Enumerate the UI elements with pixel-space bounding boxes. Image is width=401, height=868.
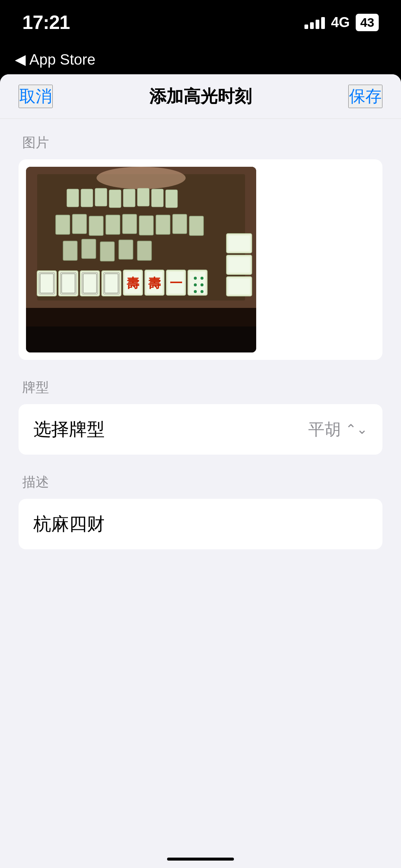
svg-rect-18: [139, 216, 153, 235]
battery-level: 43: [360, 15, 374, 30]
svg-rect-14: [72, 214, 87, 234]
svg-text:壽: 壽: [127, 276, 139, 290]
svg-rect-26: [137, 241, 151, 260]
tile-selector-card[interactable]: 选择牌型 平胡 ⌃⌄: [19, 404, 382, 455]
svg-rect-61: [228, 279, 250, 294]
desc-card[interactable]: 杭麻四财: [19, 499, 382, 549]
svg-rect-25: [119, 240, 133, 259]
status-time: 17:21: [22, 11, 70, 33]
back-arrow-icon: ◀: [15, 51, 26, 68]
svg-rect-59: [228, 257, 250, 273]
svg-text:壽: 壽: [148, 276, 161, 290]
tile-selector-value-container: 平胡 ⌃⌄: [308, 419, 368, 440]
chevron-up-down-icon: ⌃⌄: [345, 422, 368, 437]
svg-rect-9: [123, 189, 135, 207]
home-indicator: [167, 858, 234, 861]
save-button[interactable]: 保存: [348, 85, 382, 108]
svg-rect-16: [106, 215, 120, 234]
svg-rect-21: [189, 216, 203, 235]
svg-rect-22: [63, 241, 77, 260]
nav-bar: 取消 添加高光时刻 保存: [0, 74, 401, 119]
tile-selected-value: 平胡: [308, 419, 341, 440]
svg-rect-5: [67, 189, 79, 207]
svg-rect-57: [228, 235, 250, 251]
svg-rect-20: [173, 214, 187, 234]
svg-point-54: [194, 290, 197, 293]
svg-rect-6: [81, 189, 93, 207]
svg-point-53: [200, 283, 203, 286]
svg-rect-37: [104, 273, 119, 294]
desc-text: 杭麻四财: [33, 514, 105, 534]
svg-rect-17: [123, 214, 137, 234]
svg-rect-13: [56, 215, 70, 234]
svg-rect-7: [95, 188, 107, 206]
svg-rect-10: [137, 188, 149, 206]
main-content: 取消 添加高光时刻 保存 图片: [0, 74, 401, 868]
svg-rect-19: [156, 215, 170, 234]
svg-point-52: [194, 283, 197, 286]
app-store-nav[interactable]: ◀ App Store: [0, 45, 401, 74]
image-section-label: 图片: [22, 134, 382, 152]
svg-point-55: [200, 290, 203, 293]
status-bar: 17:21 4G 43: [0, 0, 401, 45]
svg-rect-62: [26, 308, 256, 326]
network-label: 4G: [331, 14, 350, 30]
svg-rect-49: [190, 272, 205, 293]
svg-rect-34: [82, 273, 98, 294]
svg-point-51: [200, 277, 203, 280]
signal-icon: [304, 16, 325, 29]
svg-rect-31: [61, 273, 76, 294]
svg-text:一: 一: [170, 276, 182, 290]
mahjong-image[interactable]: 壽 壽 一: [26, 167, 256, 352]
app-store-back-label: App Store: [29, 51, 95, 68]
tile-section-label: 牌型: [22, 378, 382, 397]
desc-section-label: 描述: [22, 473, 382, 491]
page-title: 添加高光时刻: [149, 85, 252, 108]
svg-rect-11: [151, 189, 163, 207]
tile-section: 牌型 选择牌型 平胡 ⌃⌄: [19, 378, 382, 455]
battery-icon: 43: [356, 14, 379, 31]
svg-rect-24: [100, 242, 114, 261]
image-section: 图片: [19, 134, 382, 360]
svg-rect-15: [89, 216, 103, 235]
svg-point-50: [194, 277, 197, 280]
desc-section: 描述 杭麻四财: [19, 473, 382, 549]
svg-rect-63: [26, 326, 256, 352]
status-icons: 4G 43: [304, 14, 379, 31]
cancel-button[interactable]: 取消: [19, 85, 53, 108]
svg-rect-8: [109, 190, 121, 208]
svg-rect-23: [82, 239, 96, 259]
scroll-content: 图片: [0, 119, 401, 583]
svg-rect-28: [39, 273, 55, 294]
svg-point-4: [97, 167, 186, 189]
svg-rect-12: [166, 190, 177, 208]
image-card: 壽 壽 一: [19, 159, 382, 360]
tile-selector-placeholder: 选择牌型: [33, 417, 105, 441]
